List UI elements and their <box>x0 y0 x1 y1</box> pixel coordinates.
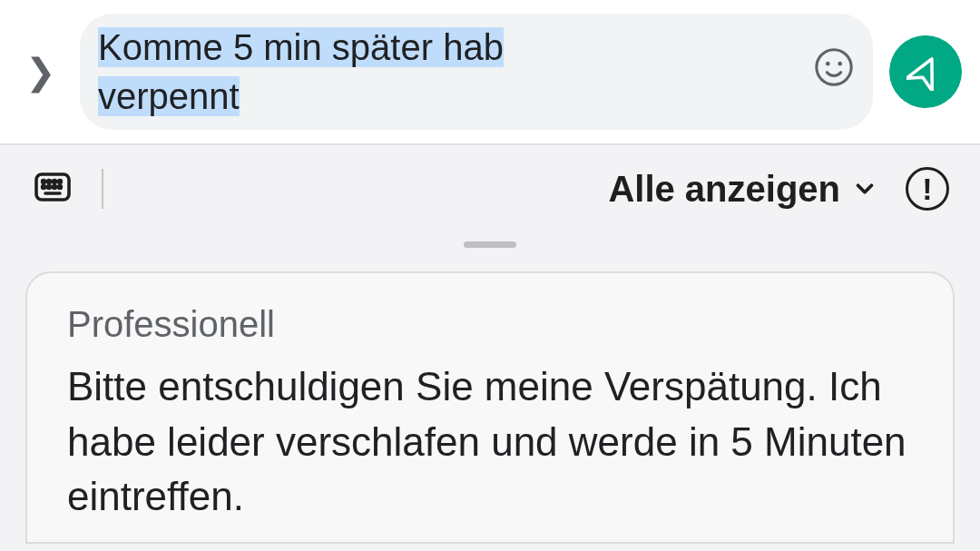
svg-point-4 <box>43 181 45 183</box>
show-all-label: Alle anzeigen <box>608 169 840 210</box>
svg-point-6 <box>54 181 56 183</box>
info-icon[interactable]: ! <box>906 167 949 211</box>
svg-point-7 <box>59 181 62 183</box>
keyboard-icon[interactable] <box>31 165 74 212</box>
suggestion-title: Professionell <box>67 304 913 345</box>
svg-point-10 <box>54 186 56 189</box>
svg-point-0 <box>817 50 851 84</box>
selected-text-line2: verpennt <box>98 76 240 116</box>
show-all-button[interactable]: Alle anzeigen <box>608 169 878 210</box>
selected-text-line1: Komme 5 min später hab <box>98 27 504 67</box>
svg-point-8 <box>43 186 45 189</box>
suggestion-body: Bitte entschuldigen Sie meine Verspätung… <box>67 359 913 525</box>
message-input[interactable]: Komme 5 min später hab verpennt <box>80 14 873 130</box>
suggestion-card[interactable]: Professionell Bitte entschuldigen Sie me… <box>25 271 955 544</box>
separator <box>102 169 103 209</box>
svg-point-11 <box>59 186 62 189</box>
emoji-icon[interactable] <box>813 46 855 97</box>
suggestion-panel: Professionell Bitte entschuldigen Sie me… <box>0 271 980 551</box>
drag-handle <box>464 241 516 248</box>
svg-point-9 <box>48 186 51 189</box>
drag-handle-area[interactable] <box>0 232 980 271</box>
send-button[interactable] <box>889 35 962 108</box>
svg-point-2 <box>838 62 842 66</box>
svg-point-1 <box>826 62 830 66</box>
compose-bar: ❯ Komme 5 min später hab verpennt <box>0 0 980 143</box>
chevron-down-icon <box>851 175 878 202</box>
chevron-right-icon[interactable]: ❯ <box>18 51 64 93</box>
message-input-text: Komme 5 min später hab verpennt <box>98 23 799 121</box>
svg-point-5 <box>48 181 51 183</box>
suggestion-toolbar: Alle anzeigen ! <box>0 143 980 232</box>
